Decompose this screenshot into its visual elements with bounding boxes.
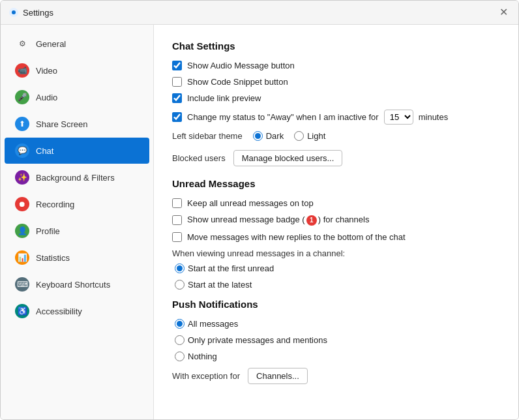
code-snippet-row: Show Code Snippet button <box>172 77 500 87</box>
main-content: ⚙General📹Video🎤Audio⬆Share Screen💬Chat✨B… <box>1 25 518 419</box>
code-snippet-checkbox[interactable] <box>172 77 182 87</box>
audio-msg-checkbox[interactable] <box>172 61 182 70</box>
latest-option[interactable]: Start at the latest <box>175 280 252 290</box>
first-unread-option[interactable]: Start at the first unread <box>175 263 274 273</box>
sidebar-item-label-statistics: Statistics <box>36 253 70 263</box>
light-theme-radio[interactable] <box>294 131 304 141</box>
sidebar-item-background[interactable]: ✨Background & Filters <box>5 164 149 190</box>
sidebar-item-label-accessibility: Accessibility <box>36 307 82 316</box>
sidebar-item-keyboard[interactable]: ⌨Keyboard Shortcuts <box>5 271 149 297</box>
all-messages-radio[interactable] <box>175 319 185 329</box>
nothing-radio[interactable] <box>175 352 185 361</box>
audio-msg-label: Show Audio Message button <box>187 61 295 70</box>
unread-title: Unread Messages <box>172 178 500 189</box>
away-status-row: Change my status to "Away" when I am ina… <box>172 110 500 125</box>
show-badge-row: Show unread message badge (1) for channe… <box>172 215 500 226</box>
sidebar-item-chat[interactable]: 💬Chat <box>5 138 149 164</box>
svg-point-1 <box>12 10 16 14</box>
private-mentions-row: Only private messages and mentions <box>175 335 500 345</box>
titlebar: Settings ✕ <box>1 1 518 25</box>
sidebar-item-statistics[interactable]: 📊Statistics <box>5 245 149 271</box>
link-preview-checkbox[interactable] <box>172 93 182 103</box>
exception-row: With exception for Channels... <box>172 368 500 384</box>
share-screen-icon: ⬆ <box>15 117 29 131</box>
badge-count: 1 <box>306 215 317 226</box>
sidebar-item-profile[interactable]: 👤Profile <box>5 218 149 244</box>
profile-icon: 👤 <box>15 224 29 238</box>
audio-msg-row: Show Audio Message button <box>172 61 500 70</box>
latest-radio[interactable] <box>175 280 185 290</box>
sidebar-item-general[interactable]: ⚙General <box>5 31 149 57</box>
first-unread-radio[interactable] <box>175 263 185 273</box>
window-title: Settings <box>8 7 53 18</box>
blocked-label: Blocked users <box>172 153 226 163</box>
manage-blocked-button[interactable]: Manage blocked users... <box>233 150 343 166</box>
recording-icon: ⏺ <box>15 197 29 211</box>
blocked-users-row: Blocked users Manage blocked users... <box>172 150 500 166</box>
sidebar-item-accessibility[interactable]: ♿Accessibility <box>5 298 149 324</box>
sidebar-item-label-recording: Recording <box>36 200 74 209</box>
nothing-option[interactable]: Nothing <box>175 352 217 361</box>
show-badge-label: Show unread message badge (1) for channe… <box>187 215 369 226</box>
nothing-label: Nothing <box>188 352 217 361</box>
main-panel: Chat Settings Show Audio Message button … <box>154 25 518 419</box>
when-viewing-label: When viewing unread messages in a channe… <box>172 248 500 258</box>
latest-label: Start at the latest <box>188 280 252 290</box>
theme-label: Left sidebar theme <box>172 131 243 141</box>
light-theme-option[interactable]: Light <box>294 131 325 141</box>
settings-window: Settings ✕ ⚙General📹Video🎤Audio⬆Share Sc… <box>0 0 519 420</box>
move-replies-label: Move messages with new replies to the bo… <box>187 232 406 242</box>
audio-icon: 🎤 <box>15 90 29 104</box>
private-mentions-radio[interactable] <box>175 335 185 345</box>
sidebar-item-label-keyboard: Keyboard Shortcuts <box>36 280 110 290</box>
private-mentions-option[interactable]: Only private messages and mentions <box>175 335 327 345</box>
background-icon: ✨ <box>15 170 29 185</box>
keep-top-checkbox[interactable] <box>172 198 182 208</box>
sidebar-item-audio[interactable]: 🎤Audio <box>5 84 149 110</box>
keyboard-icon: ⌨ <box>15 277 29 292</box>
exception-label: With exception for <box>172 371 240 381</box>
sidebar-item-video[interactable]: 📹Video <box>5 57 149 83</box>
chat-settings-title: Chat Settings <box>172 40 500 52</box>
code-snippet-label: Show Code Snippet button <box>187 77 288 87</box>
statistics-icon: 📊 <box>15 250 29 265</box>
chat-icon: 💬 <box>15 143 29 158</box>
sidebar-item-label-chat: Chat <box>36 146 53 156</box>
away-status-suffix: minutes <box>419 112 449 122</box>
first-unread-label: Start at the first unread <box>188 263 274 273</box>
sidebar-item-label-background: Background & Filters <box>36 173 115 183</box>
private-mentions-label: Only private messages and mentions <box>188 335 327 345</box>
push-title: Push Notifications <box>172 299 500 310</box>
keep-top-label: Keep all unread messages on top <box>187 198 314 208</box>
sidebar-item-recording[interactable]: ⏺Recording <box>5 191 149 217</box>
sidebar-item-label-video: Video <box>36 66 57 76</box>
show-badge-checkbox[interactable] <box>172 215 182 225</box>
light-theme-label: Light <box>307 131 325 141</box>
close-button[interactable]: ✕ <box>497 6 511 19</box>
sidebar: ⚙General📹Video🎤Audio⬆Share Screen💬Chat✨B… <box>1 25 154 419</box>
dark-theme-option[interactable]: Dark <box>253 131 284 141</box>
settings-icon <box>8 7 19 18</box>
move-replies-row: Move messages with new replies to the bo… <box>172 232 500 242</box>
all-messages-row: All messages <box>175 319 500 329</box>
all-messages-option[interactable]: All messages <box>175 319 238 329</box>
away-status-checkbox[interactable] <box>172 112 182 122</box>
dark-theme-radio[interactable] <box>253 131 263 141</box>
move-replies-checkbox[interactable] <box>172 232 182 242</box>
latest-row: Start at the latest <box>175 280 500 290</box>
sidebar-item-label-share-screen: Share Screen <box>36 119 88 129</box>
first-unread-row: Start at the first unread <box>175 263 500 273</box>
video-icon: 📹 <box>15 63 29 78</box>
channels-button[interactable]: Channels... <box>248 368 308 384</box>
all-messages-label: All messages <box>188 319 238 329</box>
theme-row: Left sidebar theme Dark Light <box>172 131 500 141</box>
sidebar-item-label-audio: Audio <box>36 93 57 102</box>
sidebar-item-share-screen[interactable]: ⬆Share Screen <box>5 111 149 137</box>
sidebar-item-label-general: General <box>36 39 66 49</box>
nothing-row: Nothing <box>175 352 500 361</box>
away-minutes-select[interactable]: 5 10 15 20 30 <box>384 110 413 125</box>
accessibility-icon: ♿ <box>15 304 29 318</box>
sidebar-item-label-profile: Profile <box>36 226 60 236</box>
general-icon: ⚙ <box>15 37 29 51</box>
away-status-prefix: Change my status to "Away" when I am ina… <box>187 112 379 122</box>
